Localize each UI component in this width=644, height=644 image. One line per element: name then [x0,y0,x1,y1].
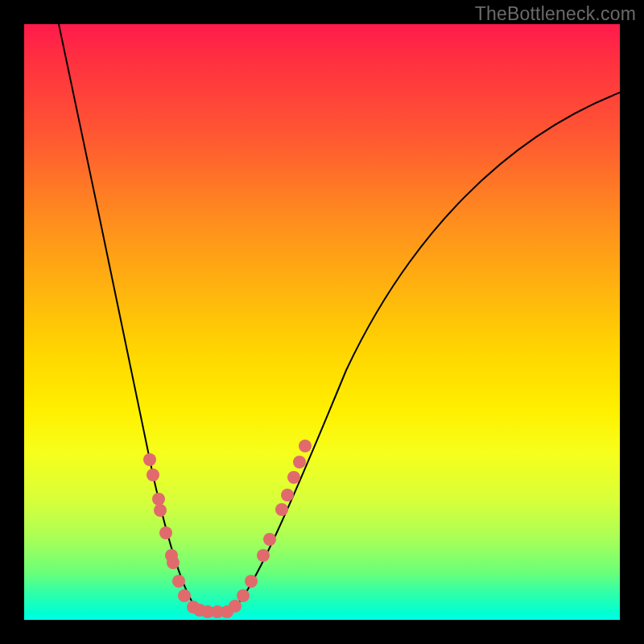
data-dot [147,469,159,481]
data-dot [152,493,165,506]
data-dot [293,456,306,469]
chart-frame: TheBottleneck.com [0,0,644,644]
data-dot [237,589,250,602]
plot-area [24,24,620,620]
data-dot [281,489,294,502]
data-dot [154,504,167,517]
data-dot [143,453,156,466]
data-dot [245,575,258,588]
watermark-text: TheBottleneck.com [475,3,636,25]
data-dot [287,471,300,484]
dot-layer [143,440,312,618]
data-dot [275,503,288,516]
data-dot [167,556,180,569]
data-dot [257,549,270,562]
left-curve [59,24,206,612]
data-dot [263,533,276,546]
right-curve [225,93,620,612]
curve-layer [24,24,620,620]
data-dot [178,589,191,602]
data-dot [159,526,172,539]
data-dot [172,575,185,588]
data-dot [229,600,242,613]
data-dot [299,440,312,452]
